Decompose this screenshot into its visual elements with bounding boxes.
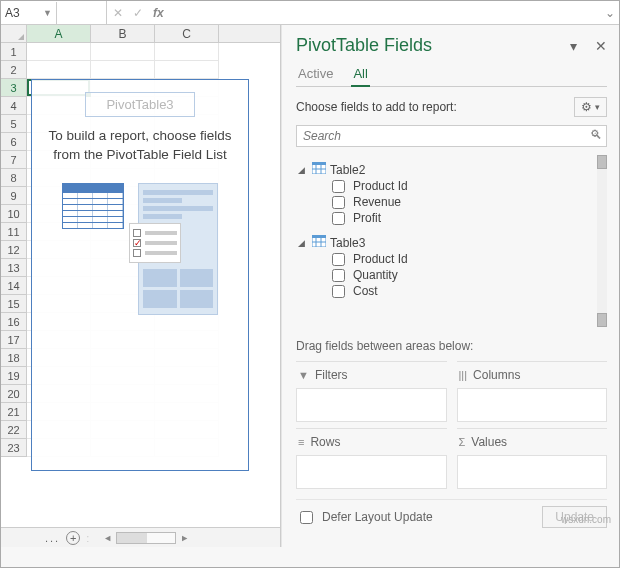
- table-illustration-icon: [62, 183, 124, 229]
- field-checkbox[interactable]: [332, 285, 345, 298]
- grid-body[interactable]: 1 2 3 4 5 6 7 8 9 10 11 12 13 14 15 16 1…: [1, 43, 280, 527]
- columns-dropzone[interactable]: [457, 388, 608, 422]
- new-sheet-button[interactable]: +: [66, 531, 80, 545]
- values-dropzone[interactable]: [457, 455, 608, 489]
- defer-layout-checkbox[interactable]: Defer Layout Update: [296, 508, 433, 527]
- drag-areas-label: Drag fields between areas below:: [296, 339, 607, 353]
- filter-icon: ▼: [298, 369, 309, 381]
- field-checkbox[interactable]: [332, 196, 345, 209]
- search-input[interactable]: [296, 125, 607, 147]
- tools-button[interactable]: ⚙▾: [574, 97, 607, 117]
- fieldlist-illustration-icon: [138, 183, 218, 315]
- drop-areas: ▼Filters |||Columns ≡Rows ΣValues: [296, 361, 607, 489]
- row-header[interactable]: 2: [1, 61, 27, 79]
- formula-bar: A3 ▼ ✕ ✓ fx ⌄: [1, 1, 619, 25]
- rows-dropzone[interactable]: [296, 455, 447, 489]
- row-header[interactable]: 17: [1, 331, 27, 349]
- row-header[interactable]: 18: [1, 349, 27, 367]
- values-area[interactable]: ΣValues: [457, 428, 608, 489]
- name-box[interactable]: A3 ▼: [1, 2, 57, 24]
- table-node[interactable]: ◢ Table3: [298, 234, 595, 251]
- pivottable-placeholder[interactable]: PivotTable3 To build a report, choose fi…: [31, 79, 249, 471]
- row-header[interactable]: 14: [1, 277, 27, 295]
- pivottable-fields-panel: PivotTable Fields ▾ ✕ Active All Choose …: [281, 25, 619, 547]
- select-all-button[interactable]: [1, 25, 27, 42]
- expand-formula-bar-icon[interactable]: ⌄: [601, 6, 619, 20]
- table-node[interactable]: ◢ Table2: [298, 161, 595, 178]
- row-header[interactable]: 6: [1, 133, 27, 151]
- table-icon: [312, 235, 326, 250]
- field-item[interactable]: Quantity: [298, 267, 595, 283]
- rows-area[interactable]: ≡Rows: [296, 428, 447, 489]
- row-header[interactable]: 19: [1, 367, 27, 385]
- scroll-left-icon[interactable]: ◄: [103, 533, 112, 543]
- pivottable-hint: To build a report, choose fields from th…: [40, 127, 240, 165]
- sheet-nav-ellipsis[interactable]: ...: [5, 532, 60, 544]
- row-header[interactable]: 20: [1, 385, 27, 403]
- panel-options-icon[interactable]: ▾: [570, 38, 577, 54]
- columns-area[interactable]: |||Columns: [457, 361, 608, 422]
- col-header[interactable]: B: [91, 25, 155, 42]
- scroll-up-button[interactable]: [597, 155, 607, 169]
- horizontal-scrollbar[interactable]: [116, 532, 176, 544]
- row-header[interactable]: 1: [1, 43, 27, 61]
- excel-window: A3 ▼ ✕ ✓ fx ⌄ A B C 1 2 3 4 5: [0, 0, 620, 568]
- tab-all[interactable]: All: [351, 62, 369, 87]
- svg-rect-6: [312, 235, 326, 238]
- filters-dropzone[interactable]: [296, 388, 447, 422]
- row-header[interactable]: 11: [1, 223, 27, 241]
- formula-bar-buttons: ✕ ✓ fx: [107, 6, 170, 20]
- field-checkbox[interactable]: [332, 253, 345, 266]
- chevron-down-icon[interactable]: ▼: [43, 8, 52, 18]
- row-header[interactable]: 3: [1, 79, 27, 97]
- collapse-icon[interactable]: ◢: [298, 165, 308, 175]
- field-checkbox[interactable]: [332, 269, 345, 282]
- row-header[interactable]: 21: [1, 403, 27, 421]
- row-header[interactable]: 13: [1, 259, 27, 277]
- filters-area[interactable]: ▼Filters: [296, 361, 447, 422]
- column-headers: A B C: [1, 25, 280, 43]
- field-item[interactable]: Cost: [298, 283, 595, 299]
- row-header[interactable]: 5: [1, 115, 27, 133]
- scroll-right-icon[interactable]: ►: [180, 533, 189, 543]
- row-header[interactable]: 23: [1, 439, 27, 457]
- table-name: Table2: [330, 163, 365, 177]
- field-list[interactable]: ◢ Table2 Product Id Revenue Profit ◢ Tab…: [296, 155, 607, 327]
- field-item[interactable]: Revenue: [298, 194, 595, 210]
- row-header[interactable]: 7: [1, 151, 27, 169]
- gear-icon: ⚙: [581, 100, 592, 114]
- row-header[interactable]: 16: [1, 313, 27, 331]
- field-checkbox[interactable]: [332, 180, 345, 193]
- sheet-tab-bar[interactable]: ... + : ◄ ►: [1, 527, 280, 547]
- row-header[interactable]: 12: [1, 241, 27, 259]
- field-checkbox[interactable]: [332, 212, 345, 225]
- field-item[interactable]: Product Id: [298, 251, 595, 267]
- pivottable-name: PivotTable3: [85, 92, 194, 117]
- svg-rect-1: [312, 162, 326, 165]
- columns-icon: |||: [459, 369, 468, 381]
- defer-checkbox-input[interactable]: [300, 511, 313, 524]
- search-box[interactable]: 🔍︎: [296, 125, 607, 147]
- worksheet-area[interactable]: A B C 1 2 3 4 5 6 7 8 9 10 11 12 13 14 1…: [1, 25, 281, 547]
- fx-icon[interactable]: fx: [153, 6, 164, 20]
- field-item[interactable]: Profit: [298, 210, 595, 226]
- row-header[interactable]: 22: [1, 421, 27, 439]
- close-icon[interactable]: ✕: [595, 38, 607, 54]
- choose-fields-label: Choose fields to add to report:: [296, 100, 457, 114]
- row-header[interactable]: 10: [1, 205, 27, 223]
- row-header[interactable]: 8: [1, 169, 27, 187]
- collapse-icon[interactable]: ◢: [298, 238, 308, 248]
- tab-active[interactable]: Active: [296, 62, 335, 86]
- col-header[interactable]: A: [27, 25, 91, 42]
- scroll-down-button[interactable]: [597, 313, 607, 327]
- field-item[interactable]: Product Id: [298, 178, 595, 194]
- cancel-icon: ✕: [113, 6, 123, 20]
- col-header[interactable]: C: [155, 25, 219, 42]
- chevron-down-icon: ▾: [595, 102, 600, 112]
- table-icon: [312, 162, 326, 177]
- row-header[interactable]: 4: [1, 97, 27, 115]
- rows-icon: ≡: [298, 436, 304, 448]
- row-header[interactable]: 9: [1, 187, 27, 205]
- row-header[interactable]: 15: [1, 295, 27, 313]
- pivottable-illustration: [40, 183, 240, 315]
